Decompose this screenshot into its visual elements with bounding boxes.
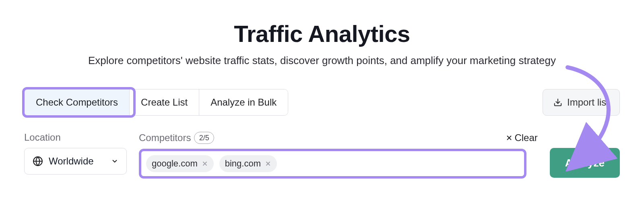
download-icon <box>553 98 562 107</box>
chip-remove-icon[interactable] <box>202 160 208 167</box>
tab-check-competitors[interactable]: Check Competitors <box>25 89 129 115</box>
chevron-down-icon <box>111 158 118 165</box>
mode-tabs: Check Competitors Create List Analyze in… <box>24 89 288 116</box>
competitor-chip: google.com <box>146 155 214 172</box>
filter-row: Location Worldwide <box>24 132 620 179</box>
chip-remove-icon[interactable] <box>265 160 271 167</box>
competitors-label: Competitors <box>139 132 191 143</box>
analyze-button[interactable]: Analyze <box>550 148 620 178</box>
page-subtitle: Explore competitors' website traffic sta… <box>24 54 620 67</box>
chip-label: bing.com <box>225 158 261 169</box>
competitor-chip: bing.com <box>219 155 277 172</box>
clear-competitors-button[interactable]: Clear <box>506 132 537 143</box>
page-title: Traffic Analytics <box>24 20 620 47</box>
tab-create-list[interactable]: Create List <box>129 89 199 115</box>
competitors-count-badge: 2/5 <box>194 132 214 144</box>
location-select[interactable]: Worldwide <box>24 148 127 175</box>
competitors-field: Competitors 2/5 Clear google.com <box>139 132 538 179</box>
close-icon <box>506 134 513 141</box>
location-label: Location <box>24 132 127 143</box>
import-list-label: Import list <box>567 97 609 108</box>
location-value: Worldwide <box>49 156 94 167</box>
clear-label: Clear <box>514 132 537 143</box>
chip-label: google.com <box>152 158 198 169</box>
import-list-button[interactable]: Import list <box>543 89 620 116</box>
toolbar: Check Competitors Create List Analyze in… <box>24 89 620 116</box>
globe-icon <box>33 156 43 166</box>
tab-analyze-in-bulk[interactable]: Analyze in Bulk <box>199 89 288 115</box>
location-field: Location Worldwide <box>24 132 127 175</box>
competitors-input[interactable]: google.com bing.com <box>139 149 526 179</box>
